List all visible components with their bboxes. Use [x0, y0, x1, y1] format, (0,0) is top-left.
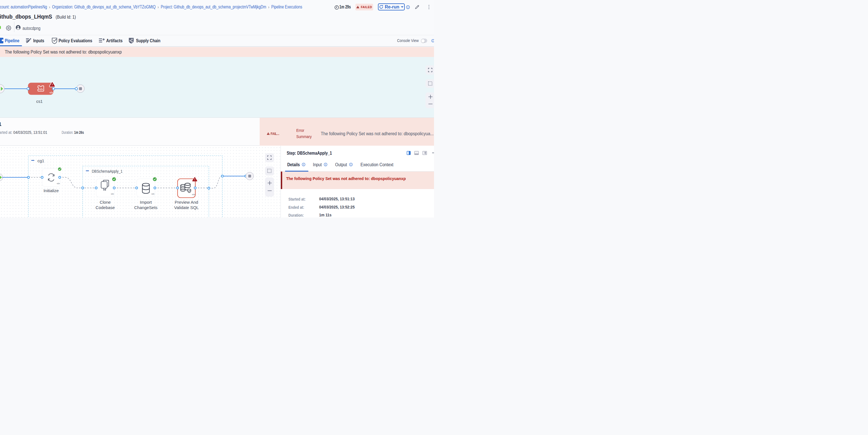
svg-text:</>: </> [57, 182, 60, 185]
svg-text:</>: </> [50, 91, 53, 94]
svg-text:</>: </> [39, 88, 43, 91]
svg-text:</>: </> [152, 193, 155, 195]
svg-text:Codebase: Codebase [95, 205, 115, 210]
svg-text:cs1: cs1 [36, 99, 43, 104]
svg-text:ChangeSets: ChangeSets [134, 205, 158, 210]
svg-text:cg1: cg1 [37, 158, 44, 163]
svg-text:</>: </> [192, 193, 195, 196]
svg-text:Initialize: Initialize [43, 188, 59, 193]
svg-text:Preview And: Preview And [175, 200, 198, 205]
svg-text:</>: </> [111, 193, 114, 195]
svg-text:Clone: Clone [100, 200, 111, 205]
svg-text:Import: Import [140, 200, 152, 205]
svg-text:DBSchemaApply_1: DBSchemaApply_1 [92, 169, 123, 174]
svg-text:Validate SQL: Validate SQL [174, 205, 198, 210]
